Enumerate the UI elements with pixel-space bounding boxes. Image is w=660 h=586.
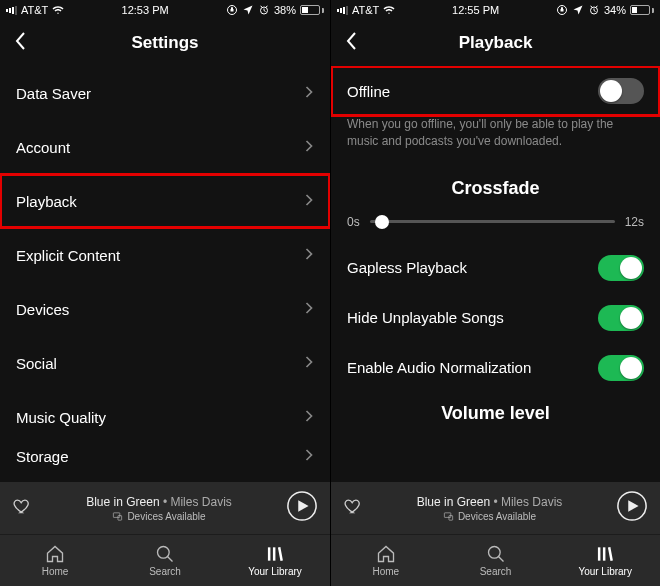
crossfade-min: 0s: [347, 215, 360, 229]
phone-settings: AT&T 12:53 PM 38% Settings Data SaverAcc…: [0, 0, 330, 586]
devices-available[interactable]: Devices Available: [112, 511, 205, 522]
tab-home[interactable]: Home: [331, 535, 441, 586]
gapless-playback-row: Gapless Playback: [331, 243, 660, 293]
row-label: Explicit Content: [16, 247, 120, 264]
svg-marker-5: [298, 500, 308, 511]
crossfade-slider[interactable]: [370, 220, 615, 223]
offline-row: Offline: [331, 66, 660, 116]
row-label: Data Saver: [16, 85, 91, 102]
carrier-label: AT&T: [21, 4, 48, 16]
tab-search[interactable]: Search: [110, 535, 220, 586]
devices-available[interactable]: Devices Available: [443, 511, 536, 522]
crossfade-max: 12s: [625, 215, 644, 229]
settings-row-account[interactable]: Account: [0, 120, 330, 174]
now-playing-bar[interactable]: Blue in Green • Miles Davis Devices Avai…: [331, 482, 660, 534]
crossfade-title: Crossfade: [331, 160, 660, 209]
settings-row-data-saver[interactable]: Data Saver: [0, 66, 330, 120]
settings-row-playback[interactable]: Playback: [0, 174, 330, 228]
clock: 12:55 PM: [452, 4, 499, 16]
hide-unplayable-songs-toggle[interactable]: [598, 305, 644, 331]
battery-pct: 34%: [604, 4, 626, 16]
now-playing-info[interactable]: Blue in Green • Miles Davis Devices Avai…: [44, 495, 274, 522]
heart-icon[interactable]: [12, 496, 32, 520]
row-label: Devices: [16, 301, 69, 318]
gapless-playback-toggle[interactable]: [598, 255, 644, 281]
chevron-right-icon: [304, 139, 314, 156]
row-label: Music Quality: [16, 409, 106, 426]
chevron-right-icon: [304, 355, 314, 372]
now-playing-info[interactable]: Blue in Green • Miles Davis Devices Avai…: [375, 495, 604, 522]
offline-help-text: When you go offline, you'll only be able…: [331, 116, 660, 160]
settings-row-explicit-content[interactable]: Explicit Content: [0, 228, 330, 282]
toggle-label: Hide Unplayable Songs: [347, 309, 504, 326]
location-icon: [242, 4, 254, 16]
row-label: Storage: [16, 448, 69, 465]
hide-unplayable-songs-row: Hide Unplayable Songs: [331, 293, 660, 343]
header-title: Playback: [331, 33, 660, 53]
svg-rect-2: [114, 512, 120, 517]
offline-toggle[interactable]: [598, 78, 644, 104]
carrier-label: AT&T: [352, 4, 379, 16]
orient-lock-icon: [556, 4, 568, 16]
chevron-right-icon: [304, 193, 314, 210]
svg-marker-16: [628, 500, 638, 511]
alarm-icon: [588, 4, 600, 16]
np-track: Blue in Green: [86, 495, 159, 509]
chevron-right-icon: [304, 448, 314, 465]
tab-library[interactable]: Your Library: [220, 535, 330, 586]
battery-icon: [300, 5, 324, 15]
svg-rect-13: [444, 512, 450, 517]
battery-icon: [630, 5, 654, 15]
np-artist: Miles Davis: [170, 495, 231, 509]
alarm-icon: [258, 4, 270, 16]
svg-line-10: [279, 547, 282, 560]
playback-content: Offline When you go offline, you'll only…: [331, 66, 660, 482]
offline-label: Offline: [347, 83, 390, 100]
location-icon: [572, 4, 584, 16]
header: Playback: [331, 20, 660, 66]
back-button[interactable]: [345, 31, 359, 55]
tab-home[interactable]: Home: [0, 535, 110, 586]
row-label: Playback: [16, 193, 77, 210]
enable-audio-normalization-row: Enable Audio Normalization: [331, 343, 660, 393]
svg-point-6: [158, 547, 170, 559]
tab-search[interactable]: Search: [441, 535, 551, 586]
heart-icon[interactable]: [343, 496, 363, 520]
volume-title: Volume level: [331, 393, 660, 424]
row-label: Account: [16, 139, 70, 156]
crossfade-slider-row: 0s 12s: [331, 209, 660, 243]
settings-row-social[interactable]: Social: [0, 336, 330, 390]
settings-row-devices[interactable]: Devices: [0, 282, 330, 336]
settings-list: Data SaverAccountPlaybackExplicit Conten…: [0, 66, 330, 482]
phone-playback: AT&T 12:55 PM 34% Playback Offline When …: [330, 0, 660, 586]
header-title: Settings: [0, 33, 330, 53]
play-button[interactable]: [286, 490, 318, 526]
chevron-right-icon: [304, 301, 314, 318]
row-label: Social: [16, 355, 57, 372]
toggle-label: Gapless Playback: [347, 259, 467, 276]
back-button[interactable]: [14, 31, 28, 55]
chevron-right-icon: [304, 247, 314, 264]
svg-line-7: [168, 557, 173, 562]
clock: 12:53 PM: [122, 4, 169, 16]
svg-line-21: [609, 547, 612, 560]
settings-row-music-quality[interactable]: Music Quality: [0, 390, 330, 444]
np-track: Blue in Green: [417, 495, 490, 509]
wifi-icon: [52, 4, 64, 16]
toggle-label: Enable Audio Normalization: [347, 359, 531, 376]
header: Settings: [0, 20, 330, 66]
np-artist: Miles Davis: [501, 495, 562, 509]
tab-library[interactable]: Your Library: [550, 535, 660, 586]
now-playing-bar[interactable]: Blue in Green • Miles Davis Devices Avai…: [0, 482, 330, 534]
chevron-right-icon: [304, 409, 314, 426]
tab-bar: Home Search Your Library: [331, 534, 660, 586]
cell-signal-icon: [6, 6, 17, 15]
tab-bar: Home Search Your Library: [0, 534, 330, 586]
svg-line-18: [498, 557, 503, 562]
wifi-icon: [383, 4, 395, 16]
settings-row-storage[interactable]: Storage: [0, 444, 330, 472]
cell-signal-icon: [337, 6, 348, 15]
svg-point-17: [488, 547, 500, 559]
play-button[interactable]: [616, 490, 648, 526]
enable-audio-normalization-toggle[interactable]: [598, 355, 644, 381]
